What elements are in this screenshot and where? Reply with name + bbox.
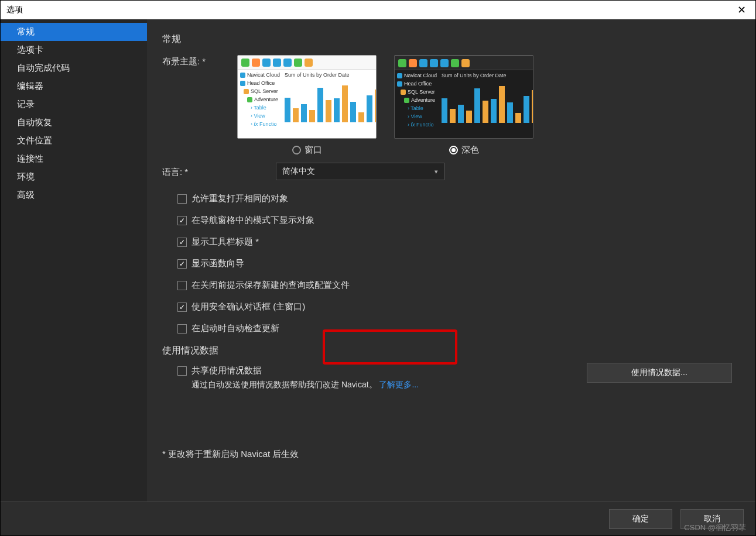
- checkbox[interactable]: [177, 259, 187, 269]
- title-bar: 选项 ✕: [1, 1, 755, 19]
- checkbox[interactable]: [177, 366, 187, 376]
- sidebar-item-advanced[interactable]: 高级: [1, 186, 147, 204]
- restart-note: * 更改将于重新启动 Navicat 后生效: [162, 449, 744, 460]
- radio-dark-label: 深色: [461, 145, 479, 156]
- toolbar-icon: [398, 59, 406, 67]
- toolbar-icon: [461, 59, 470, 67]
- theme-option-dark[interactable]: Navicat Cloud Head Office SQL Server Adv…: [394, 55, 533, 156]
- watermark: CSDN @徊忆羽菲: [684, 523, 746, 533]
- check-safe-confirm[interactable]: 使用安全确认对话框 (主窗口): [177, 301, 744, 312]
- chart-title: Sum of Units by Order Date: [285, 72, 377, 78]
- checkbox[interactable]: [177, 281, 187, 290]
- ok-button[interactable]: 确定: [609, 509, 672, 529]
- preview-bars: [285, 81, 377, 122]
- preview-bars: [442, 82, 533, 123]
- toolbar-icon: [409, 59, 417, 67]
- toolbar-icon: [294, 59, 302, 67]
- toolbar-icon: [262, 59, 271, 67]
- toolbar-icon: [430, 59, 438, 67]
- theme-preview-light: Navicat Cloud Head Office SQL Server Adv…: [237, 55, 377, 139]
- theme-preview-dark: Navicat Cloud Head Office SQL Server Adv…: [394, 55, 533, 139]
- options-window: 选项 ✕ 常规 选项卡 自动完成代码 编辑器 记录 自动恢复 文件位置 连接性 …: [0, 0, 756, 536]
- toolbar-icon: [283, 59, 292, 67]
- theme-label: 布景主题: *: [162, 55, 237, 67]
- sidebar-item-filelocation[interactable]: 文件位置: [1, 132, 147, 150]
- check-function-wizard[interactable]: 显示函数向导: [177, 258, 744, 269]
- theme-row: 布景主题: *: [162, 55, 744, 156]
- annotation-highlight: [323, 329, 457, 365]
- radio-light-label: 窗口: [305, 145, 322, 156]
- sidebar-item-connectivity[interactable]: 连接性: [1, 150, 147, 168]
- toolbar-icon: [241, 59, 249, 67]
- sidebar-item-autocomplete[interactable]: 自动完成代码: [1, 59, 147, 77]
- close-icon[interactable]: ✕: [734, 4, 750, 16]
- toolbar-icon: [451, 59, 459, 67]
- checkbox[interactable]: [177, 238, 187, 247]
- usage-data-button[interactable]: 使用情况数据...: [587, 363, 732, 383]
- checkbox[interactable]: [177, 324, 187, 334]
- checkbox[interactable]: [177, 194, 187, 204]
- check-show-nav-objects[interactable]: 在导航窗格中的模式下显示对象: [177, 215, 744, 226]
- content: 常规 布景主题: *: [147, 19, 755, 501]
- sidebar-item-general[interactable]: 常规: [1, 23, 147, 41]
- toolbar-icon: [440, 59, 449, 67]
- window-title: 选项: [6, 5, 23, 15]
- toolbar-icon: [305, 59, 313, 67]
- footer: 确定 取消: [1, 501, 755, 535]
- check-auto-update[interactable]: 在启动时自动检查更新: [177, 323, 744, 334]
- chart-title: Sum of Units by Order Date: [442, 73, 533, 78]
- check-toolbar-title[interactable]: 显示工具栏标题 *: [177, 236, 744, 248]
- radio-light[interactable]: [292, 146, 301, 154]
- chevron-down-icon: ▾: [435, 168, 438, 176]
- toolbar-icon: [252, 59, 260, 67]
- language-row: 语言: * 简体中文 ▾: [162, 163, 744, 180]
- sidebar-item-editor[interactable]: 编辑器: [1, 77, 147, 95]
- check-save-prompt[interactable]: 在关闭前提示保存新建的查询或配置文件: [177, 280, 744, 291]
- sidebar-item-records[interactable]: 记录: [1, 95, 147, 114]
- theme-option-light[interactable]: Navicat Cloud Head Office SQL Server Adv…: [237, 55, 377, 156]
- toolbar-icon: [273, 59, 281, 67]
- toolbar-icon: [419, 59, 427, 67]
- check-allow-reopen[interactable]: 允许重复打开相同的对象: [177, 193, 744, 204]
- radio-dark[interactable]: [449, 146, 458, 154]
- sidebar-item-autorecover[interactable]: 自动恢复: [1, 114, 147, 132]
- language-value: 简体中文: [282, 166, 315, 177]
- learn-more-link[interactable]: 了解更多...: [379, 380, 419, 389]
- sidebar: 常规 选项卡 自动完成代码 编辑器 记录 自动恢复 文件位置 连接性 环境 高级: [1, 19, 147, 501]
- sidebar-item-tabs[interactable]: 选项卡: [1, 41, 147, 59]
- language-select[interactable]: 简体中文 ▾: [276, 163, 444, 180]
- sidebar-item-environment[interactable]: 环境: [1, 168, 147, 186]
- checkbox[interactable]: [177, 303, 187, 312]
- section-title: 常规: [162, 33, 744, 46]
- body: 常规 选项卡 自动完成代码 编辑器 记录 自动恢复 文件位置 连接性 环境 高级…: [1, 19, 755, 501]
- language-label: 语言: *: [162, 166, 237, 178]
- checkbox[interactable]: [177, 216, 187, 225]
